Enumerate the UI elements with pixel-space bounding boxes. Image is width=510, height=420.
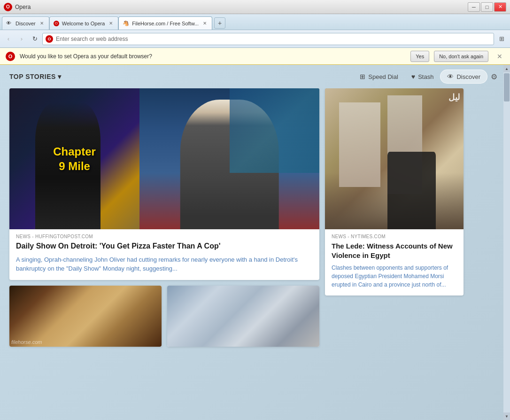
top-stories-dropdown-icon: ▾ [58,73,62,80]
filehorse-tab-icon: 🐴 [123,20,129,27]
notification-close-button[interactable]: ✕ [495,52,504,61]
news-grid: Chapter 9 Mile NEWS - HUFF [0,88,510,420]
address-input-wrapper: O Enter search or web address [42,33,494,45]
scroll-down-arrow[interactable]: ▼ [503,412,510,420]
speed-dial-nav-item[interactable]: ⊞ Speed Dial [353,70,405,83]
forward-button[interactable]: › [16,33,27,45]
bottom-cards-row: filehorse.com [9,286,319,347]
discover-nav-item[interactable]: 👁 Discover [440,70,487,84]
tab-bar: 👁 Discover ✕ O Welcome to Opera ✕ 🐴 File… [0,14,510,30]
map-bg [230,88,319,173]
notification-yes-button[interactable]: Yes [410,51,429,62]
new-tab-button[interactable]: + [214,17,225,29]
bottom-right-image [167,286,319,347]
tab-welcome[interactable]: O Welcome to Opera ✕ [49,16,119,30]
reload-button[interactable]: ↻ [29,33,40,45]
window-title: Opera [15,4,468,10]
egypt-article-title: The Lede: Witness Accounts of New Violen… [332,241,457,260]
top-nav: TOP STORIES ▾ ⊞ Speed Dial ♥ Stash 👁 Dis… [0,65,510,88]
opera-notif-icon: O [6,52,15,61]
tab-discover[interactable]: 👁 Discover ✕ [2,16,49,30]
notification-bar: O Would you like to set Opera as your de… [0,48,510,65]
top-stories-label: TOP STORIES [9,73,56,80]
scroll-track[interactable] [503,72,510,412]
scroll-thumb[interactable] [504,73,510,101]
egypt-article-source: NEWS - NYTIMES.COM [332,234,457,239]
main-article-body: NEWS - HUFFINGTONPOST.COM Daily Show On … [9,229,319,280]
building-left [339,102,381,187]
top-stories-button[interactable]: TOP STORIES ▾ [9,73,61,80]
opera-logo: O [4,3,12,11]
speed-dial-icon: ⊞ [360,73,365,80]
egypt-image-content: ليل [325,88,464,229]
egypt-article-excerpt: Clashes between opponents and supporters… [332,264,457,289]
bottom-right-card[interactable] [167,286,319,347]
arabic-text-overlay: ليل [448,92,460,102]
mile-text: 9 Mile [53,159,96,173]
address-input[interactable]: Enter search or web address [56,36,491,42]
main-article-image: Chapter 9 Mile [9,88,319,229]
news-col-left: Chapter 9 Mile NEWS - HUFF [9,88,319,415]
address-bar: ‹ › ↻ O Enter search or web address ⊞ [0,30,510,48]
egypt-article-card[interactable]: ليل NEWS - NYTIMES.COM The Lede: Witness… [325,88,464,296]
tab-discover-label: Discover [15,21,36,26]
article-image-left-panel: Chapter 9 Mile [9,88,139,229]
bottom-left-card[interactable]: filehorse.com [9,286,162,347]
stash-label: Stash [418,73,433,80]
back-button[interactable]: ‹ [3,33,14,45]
restore-button[interactable]: □ [481,2,493,12]
main-article-excerpt: A singing, Oprah-channeling John Oliver … [16,255,313,273]
stash-nav-item[interactable]: ♥ Stash [405,70,440,83]
main-article-source: NEWS - HUFFINGTONPOST.COM [16,234,313,239]
scroll-up-arrow[interactable]: ▲ [503,65,510,72]
speed-dial-label: Speed Dial [368,73,398,80]
discover-tab-icon: 👁 [6,20,13,27]
notification-text: Would you like to set Opera as your defa… [20,53,406,60]
stash-icon: ♥ [411,73,415,80]
article-image-right-panel [139,88,319,229]
figure-foreground [387,152,436,229]
chapter-text: Chapter [53,144,96,159]
main-article-title: Daily Show On Detroit: 'You Get Pizza Fa… [16,241,313,251]
scrollbar[interactable]: ▲ ▼ [503,65,510,420]
egypt-article-body: NEWS - NYTIMES.COM The Lede: Witness Acc… [325,229,464,296]
egypt-article-image: ليل [325,88,464,229]
title-bar: O Opera ─ □ ✕ [0,0,510,14]
discover-label: Discover [456,73,480,80]
window-controls: ─ □ ✕ [468,2,506,12]
news-col-right: ليل NEWS - NYTIMES.COM The Lede: Witness… [325,88,464,415]
watermark-bottom-left: filehorse.com [11,339,42,345]
main-article-card[interactable]: Chapter 9 Mile NEWS - HUFF [9,88,319,280]
tab-filehorse[interactable]: 🐴 FileHorse.com / Free Softw... ✕ [118,16,212,30]
grid-button[interactable]: ⊞ [496,33,507,45]
tab-welcome-label: Welcome to Opera [62,21,105,26]
welcome-tab-icon: O [54,21,59,26]
close-button[interactable]: ✕ [494,2,506,12]
settings-button[interactable]: ⚙ [487,70,501,83]
minimize-button[interactable]: ─ [468,2,480,12]
notification-no-button[interactable]: No, don't ask again [434,51,488,62]
discover-icon: 👁 [447,73,454,80]
main-content: TOP STORIES ▾ ⊞ Speed Dial ♥ Stash 👁 Dis… [0,65,510,420]
bottom-left-image: filehorse.com [9,286,162,347]
tab-discover-close[interactable]: ✕ [39,20,45,27]
tab-filehorse-close[interactable]: ✕ [201,20,208,27]
tab-welcome-close[interactable]: ✕ [108,20,114,27]
opera-icon: O [46,35,53,43]
tab-filehorse-label: FileHorse.com / Free Softw... [132,21,199,26]
